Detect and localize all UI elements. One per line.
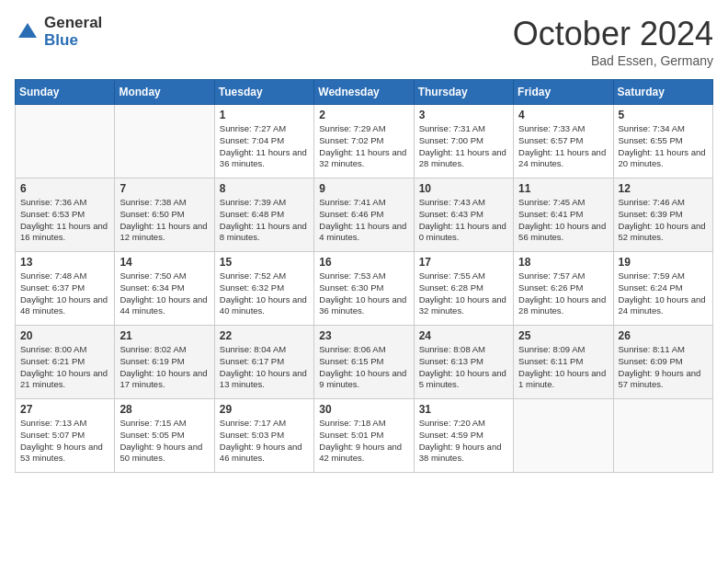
day-info: Sunrise: 7:38 AM Sunset: 6:50 PM Dayligh… — [119, 197, 209, 244]
day-number: 1 — [220, 109, 309, 121]
calendar-cell: 24Sunrise: 8:08 AM Sunset: 6:13 PM Dayli… — [414, 326, 513, 399]
day-info: Sunrise: 8:11 AM Sunset: 6:09 PM Dayligh… — [619, 344, 708, 391]
logo: General Blue — [15, 15, 102, 49]
day-number: 21 — [119, 329, 209, 342]
title-block: October 2024 Bad Essen, Germany — [513, 15, 713, 68]
day-header-monday: Monday — [115, 80, 214, 105]
day-number: 22 — [220, 329, 309, 342]
day-number: 16 — [319, 256, 408, 269]
day-info: Sunrise: 7:43 AM Sunset: 6:43 PM Dayligh… — [419, 197, 508, 244]
calendar-cell — [613, 399, 712, 473]
calendar-cell: 22Sunrise: 8:04 AM Sunset: 6:17 PM Dayli… — [214, 326, 313, 399]
day-info: Sunrise: 7:41 AM Sunset: 6:46 PM Dayligh… — [319, 197, 408, 244]
day-info: Sunrise: 7:59 AM Sunset: 6:24 PM Dayligh… — [619, 270, 708, 317]
week-row-5: 27Sunrise: 7:13 AM Sunset: 5:07 PM Dayli… — [16, 399, 713, 473]
day-info: Sunrise: 7:15 AM Sunset: 5:05 PM Dayligh… — [119, 418, 209, 465]
day-info: Sunrise: 8:00 AM Sunset: 6:21 PM Dayligh… — [20, 344, 109, 391]
day-number: 20 — [20, 329, 109, 342]
calendar-cell: 31Sunrise: 7:20 AM Sunset: 4:59 PM Dayli… — [414, 399, 513, 473]
calendar-cell: 18Sunrise: 7:57 AM Sunset: 6:26 PM Dayli… — [514, 252, 613, 326]
calendar-cell — [115, 105, 214, 178]
day-number: 5 — [619, 109, 708, 121]
calendar-cell — [16, 105, 115, 178]
day-number: 6 — [20, 182, 109, 195]
day-number: 14 — [119, 256, 209, 269]
day-info: Sunrise: 7:50 AM Sunset: 6:34 PM Dayligh… — [119, 270, 209, 317]
day-number: 10 — [419, 182, 508, 195]
day-info: Sunrise: 7:46 AM Sunset: 6:39 PM Dayligh… — [619, 197, 708, 244]
calendar-cell: 16Sunrise: 7:53 AM Sunset: 6:30 PM Dayli… — [314, 252, 414, 326]
day-number: 4 — [518, 109, 608, 121]
day-number: 9 — [319, 182, 408, 195]
month-title: October 2024 — [513, 15, 713, 53]
day-info: Sunrise: 7:34 AM Sunset: 6:55 PM Dayligh… — [619, 123, 708, 170]
day-info: Sunrise: 7:45 AM Sunset: 6:41 PM Dayligh… — [518, 197, 608, 244]
day-info: Sunrise: 7:29 AM Sunset: 7:02 PM Dayligh… — [319, 123, 408, 170]
day-info: Sunrise: 7:18 AM Sunset: 5:01 PM Dayligh… — [319, 418, 408, 465]
calendar-cell: 15Sunrise: 7:52 AM Sunset: 6:32 PM Dayli… — [214, 252, 313, 326]
day-info: Sunrise: 7:52 AM Sunset: 6:32 PM Dayligh… — [220, 270, 309, 317]
day-info: Sunrise: 8:09 AM Sunset: 6:11 PM Dayligh… — [518, 344, 608, 391]
calendar-cell: 23Sunrise: 8:06 AM Sunset: 6:15 PM Dayli… — [314, 326, 414, 399]
calendar-cell: 10Sunrise: 7:43 AM Sunset: 6:43 PM Dayli… — [414, 178, 513, 252]
day-number: 18 — [518, 256, 608, 269]
calendar-cell: 9Sunrise: 7:41 AM Sunset: 6:46 PM Daylig… — [314, 178, 414, 252]
day-info: Sunrise: 7:57 AM Sunset: 6:26 PM Dayligh… — [518, 270, 608, 317]
header-row: SundayMondayTuesdayWednesdayThursdayFrid… — [16, 80, 713, 105]
calendar-cell: 5Sunrise: 7:34 AM Sunset: 6:55 PM Daylig… — [613, 105, 712, 178]
svg-marker-0 — [18, 23, 37, 38]
day-number: 31 — [419, 403, 508, 416]
calendar-cell: 19Sunrise: 7:59 AM Sunset: 6:24 PM Dayli… — [613, 252, 712, 326]
calendar-cell: 3Sunrise: 7:31 AM Sunset: 7:00 PM Daylig… — [414, 105, 513, 178]
day-number: 29 — [220, 403, 309, 416]
calendar-cell: 21Sunrise: 8:02 AM Sunset: 6:19 PM Dayli… — [115, 326, 214, 399]
logo-icon — [15, 19, 40, 45]
page-header: General Blue October 2024 Bad Essen, Ger… — [15, 15, 713, 68]
logo-blue: Blue — [44, 32, 102, 50]
day-number: 3 — [419, 109, 508, 121]
day-info: Sunrise: 7:39 AM Sunset: 6:48 PM Dayligh… — [220, 197, 309, 244]
day-number: 28 — [119, 403, 209, 416]
day-number: 7 — [119, 182, 209, 195]
day-info: Sunrise: 7:33 AM Sunset: 6:57 PM Dayligh… — [518, 123, 608, 170]
day-number: 23 — [319, 329, 408, 342]
calendar-cell: 26Sunrise: 8:11 AM Sunset: 6:09 PM Dayli… — [613, 326, 712, 399]
calendar-cell: 8Sunrise: 7:39 AM Sunset: 6:48 PM Daylig… — [214, 178, 313, 252]
calendar-cell: 2Sunrise: 7:29 AM Sunset: 7:02 PM Daylig… — [314, 105, 414, 178]
day-number: 12 — [619, 182, 708, 195]
day-header-saturday: Saturday — [613, 80, 712, 105]
calendar-cell: 30Sunrise: 7:18 AM Sunset: 5:01 PM Dayli… — [314, 399, 414, 473]
day-info: Sunrise: 8:04 AM Sunset: 6:17 PM Dayligh… — [220, 344, 309, 391]
day-number: 19 — [619, 256, 708, 269]
week-row-4: 20Sunrise: 8:00 AM Sunset: 6:21 PM Dayli… — [16, 326, 713, 399]
week-row-2: 6Sunrise: 7:36 AM Sunset: 6:53 PM Daylig… — [16, 178, 713, 252]
calendar-cell: 29Sunrise: 7:17 AM Sunset: 5:03 PM Dayli… — [214, 399, 313, 473]
week-row-3: 13Sunrise: 7:48 AM Sunset: 6:37 PM Dayli… — [16, 252, 713, 326]
calendar-cell: 14Sunrise: 7:50 AM Sunset: 6:34 PM Dayli… — [115, 252, 214, 326]
day-info: Sunrise: 7:13 AM Sunset: 5:07 PM Dayligh… — [20, 418, 109, 465]
calendar-cell: 1Sunrise: 7:27 AM Sunset: 7:04 PM Daylig… — [214, 105, 313, 178]
day-header-wednesday: Wednesday — [314, 80, 414, 105]
day-header-sunday: Sunday — [16, 80, 115, 105]
day-header-tuesday: Tuesday — [214, 80, 313, 105]
day-info: Sunrise: 7:48 AM Sunset: 6:37 PM Dayligh… — [20, 270, 109, 317]
day-info: Sunrise: 8:02 AM Sunset: 6:19 PM Dayligh… — [119, 344, 209, 391]
calendar-cell: 27Sunrise: 7:13 AM Sunset: 5:07 PM Dayli… — [16, 399, 115, 473]
day-number: 26 — [619, 329, 708, 342]
day-header-thursday: Thursday — [414, 80, 513, 105]
calendar-cell: 13Sunrise: 7:48 AM Sunset: 6:37 PM Dayli… — [16, 252, 115, 326]
day-info: Sunrise: 8:06 AM Sunset: 6:15 PM Dayligh… — [319, 344, 408, 391]
calendar-table: SundayMondayTuesdayWednesdayThursdayFrid… — [15, 79, 713, 473]
day-info: Sunrise: 7:20 AM Sunset: 4:59 PM Dayligh… — [419, 418, 508, 465]
day-info: Sunrise: 8:08 AM Sunset: 6:13 PM Dayligh… — [419, 344, 508, 391]
calendar-cell: 28Sunrise: 7:15 AM Sunset: 5:05 PM Dayli… — [115, 399, 214, 473]
day-info: Sunrise: 7:36 AM Sunset: 6:53 PM Dayligh… — [20, 197, 109, 244]
calendar-cell: 12Sunrise: 7:46 AM Sunset: 6:39 PM Dayli… — [613, 178, 712, 252]
day-number: 27 — [20, 403, 109, 416]
day-number: 30 — [319, 403, 408, 416]
day-number: 11 — [518, 182, 608, 195]
calendar-cell: 6Sunrise: 7:36 AM Sunset: 6:53 PM Daylig… — [16, 178, 115, 252]
day-number: 25 — [518, 329, 608, 342]
location: Bad Essen, Germany — [513, 53, 713, 68]
calendar-cell: 7Sunrise: 7:38 AM Sunset: 6:50 PM Daylig… — [115, 178, 214, 252]
